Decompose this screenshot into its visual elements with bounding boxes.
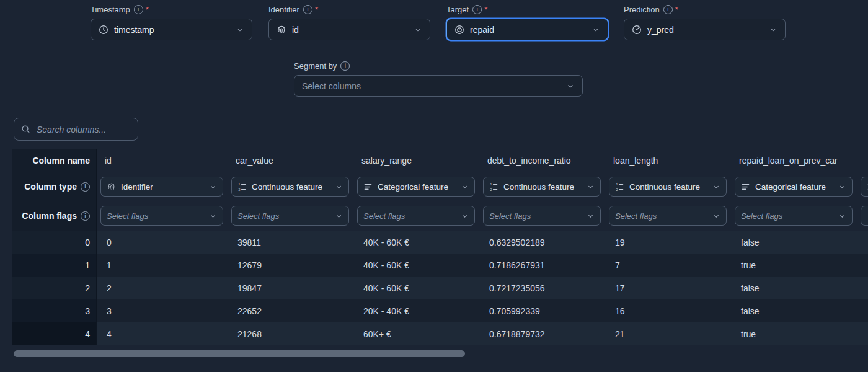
prediction-label: Prediction *	[624, 4, 786, 15]
column-type-select-salary-range[interactable]: Categorical feature	[357, 177, 475, 197]
info-icon	[81, 182, 90, 192]
column-flags-select-salary-range[interactable]: Select flags	[357, 206, 475, 226]
identifier-select[interactable]: id	[268, 19, 430, 40]
horizontal-scrollbar[interactable]	[14, 350, 465, 357]
chevron-down-icon	[587, 212, 595, 220]
cell-id: 2	[97, 277, 228, 299]
fingerprint-icon	[277, 25, 286, 35]
timestamp-label-text: Timestamp	[91, 5, 130, 14]
table-row: 0 0 39811 40K - 60K € 0.6329502189 19 fa…	[12, 231, 868, 254]
column-flags-select-id[interactable]: Select flags	[100, 206, 223, 226]
table-header-row: Column name id car_value salary_range de…	[12, 149, 868, 172]
cell-loan-length: 17	[605, 277, 731, 299]
table-row: 2 2 19847 40K - 60K € 0.7217235056 17 fa…	[12, 277, 868, 299]
column-header-loan-length: loan_length	[605, 149, 731, 172]
row-index: 1	[12, 254, 97, 277]
cell-id: 3	[97, 299, 228, 322]
search-columns-box	[14, 118, 138, 141]
continuous-feature-icon: 12	[489, 182, 498, 192]
timestamp-select[interactable]: timestamp	[91, 19, 252, 40]
info-icon	[81, 211, 90, 221]
svg-text:1: 1	[616, 182, 618, 186]
target-select-value: repaid	[470, 25, 586, 35]
column-type-select-partial[interactable]	[861, 177, 868, 197]
column-type-select-id[interactable]: Identifier	[100, 177, 223, 197]
cell-repaid-loan-on-prev-car: false	[731, 299, 857, 322]
column-header-repaid-loan-on-prev-car: repaid_loan_on_prev_car	[731, 149, 857, 172]
continuous-feature-icon: 12	[237, 182, 247, 192]
cell-debt-to-income-ratio: 0.7217235056	[479, 277, 605, 299]
chevron-down-icon	[461, 212, 469, 220]
cell-debt-to-income-ratio: 0.705992339	[479, 299, 605, 322]
prediction-icon	[632, 25, 642, 35]
target-label-text: Target	[446, 5, 469, 14]
column-flags-select-debt-to-income-ratio[interactable]: Select flags	[483, 206, 601, 226]
timestamp-select-group: Timestamp * timestamp	[91, 4, 252, 40]
row-index: 0	[12, 231, 97, 254]
segment-by-select[interactable]: Select columns	[294, 75, 583, 97]
cell-car-value: 22652	[228, 299, 353, 322]
prediction-select[interactable]: y_pred	[624, 19, 786, 40]
continuous-feature-icon: 12	[615, 182, 624, 192]
target-label: Target *	[446, 4, 608, 15]
table-row: 4 4 21268 60K+ € 0.6718879732 21 true	[12, 322, 868, 345]
info-icon	[472, 5, 482, 14]
cell-id: 1	[97, 254, 228, 277]
segment-by-placeholder: Select columns	[302, 81, 560, 91]
cell-repaid-loan-on-prev-car: true	[731, 322, 857, 345]
cell-repaid-loan-on-prev-car: true	[731, 254, 857, 277]
chevron-down-icon	[838, 183, 846, 191]
column-type-row: Column type Identifier 12 Continuous	[12, 172, 868, 201]
column-type-select-loan-length[interactable]: 12 Continuous feature	[609, 177, 727, 197]
column-type-select-debt-to-income-ratio[interactable]: 12 Continuous feature	[483, 177, 601, 197]
cell-car-value: 12679	[228, 254, 353, 277]
search-input[interactable]	[35, 124, 131, 135]
categorical-feature-icon	[741, 182, 750, 192]
identifier-select-value: id	[292, 25, 408, 35]
chevron-down-icon	[566, 82, 575, 91]
chevron-down-icon	[414, 25, 422, 34]
target-icon	[454, 25, 464, 35]
target-select[interactable]: repaid	[446, 19, 608, 40]
column-header-id: id	[97, 149, 228, 172]
svg-text:2: 2	[490, 187, 492, 191]
cell-salary-range: 40K - 60K €	[353, 277, 479, 299]
cell-debt-to-income-ratio: 0.7186267931	[479, 254, 605, 277]
info-icon	[663, 5, 673, 14]
columns-table: Column name id car_value salary_range de…	[12, 149, 868, 345]
cell-loan-length: 19	[605, 231, 731, 254]
column-type-row-header: Column type	[12, 172, 97, 201]
column-flags-select-loan-length[interactable]: Select flags	[609, 206, 727, 226]
table-row: 3 3 22652 20K - 40K € 0.705992339 16 fal…	[12, 299, 868, 322]
row-index: 3	[12, 299, 97, 322]
cell-id: 4	[97, 322, 228, 345]
cell-salary-range: 40K - 60K €	[353, 231, 479, 254]
cell-loan-length: 21	[605, 322, 731, 345]
column-flags-row: Column flags Select flags Select flags S…	[12, 201, 868, 231]
chevron-down-icon	[335, 212, 343, 220]
cell-car-value: 19847	[228, 277, 353, 299]
column-header-salary-range: salary_range	[353, 149, 479, 172]
categorical-feature-icon	[363, 182, 373, 192]
chevron-down-icon	[838, 212, 846, 220]
cell-salary-range: 20K - 40K €	[353, 299, 479, 322]
info-icon	[134, 5, 143, 14]
column-flags-row-header: Column flags	[12, 201, 97, 231]
column-flags-select-partial[interactable]	[861, 206, 868, 226]
timestamp-select-value: timestamp	[114, 25, 230, 35]
column-type-select-car-value[interactable]: 12 Continuous feature	[231, 177, 349, 197]
chevron-down-icon	[712, 183, 720, 191]
column-type-select-repaid-loan-on-prev-car[interactable]: Categorical feature	[735, 177, 852, 197]
svg-text:2: 2	[238, 187, 240, 191]
column-flags-select-car-value[interactable]: Select flags	[231, 206, 349, 226]
target-select-group: Target * repaid	[446, 4, 608, 40]
cell-car-value: 39811	[228, 231, 353, 254]
cell-salary-range: 40K - 60K €	[353, 254, 479, 277]
segment-by-label: Segment by	[294, 60, 583, 71]
svg-text:1: 1	[238, 182, 240, 186]
chevron-down-icon	[236, 25, 244, 34]
cell-salary-range: 60K+ €	[353, 322, 479, 345]
column-flags-select-repaid-loan-on-prev-car[interactable]: Select flags	[735, 206, 852, 226]
row-index: 4	[12, 322, 97, 345]
prediction-select-group: Prediction * y_pred	[624, 4, 786, 40]
